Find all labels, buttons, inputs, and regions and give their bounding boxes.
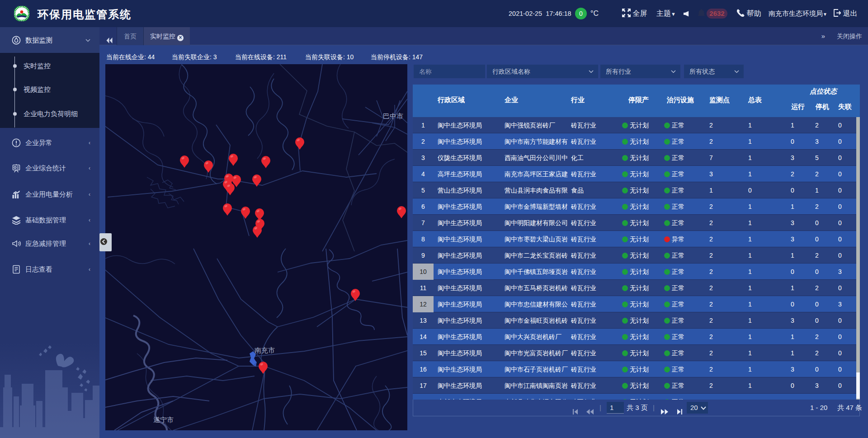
svg-text:巴中市: 巴中市 bbox=[383, 112, 403, 120]
svg-text:遂宁市: 遂宁市 bbox=[153, 416, 174, 424]
svg-text:南充市: 南充市 bbox=[255, 346, 275, 354]
